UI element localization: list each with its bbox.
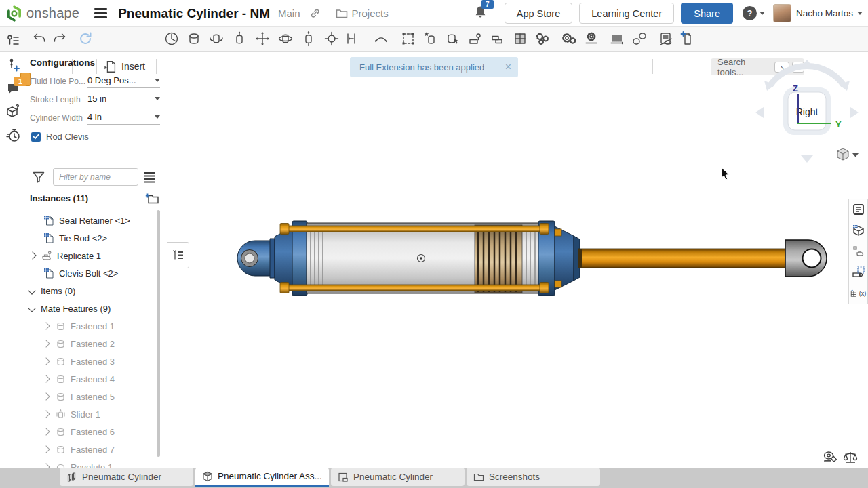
collapse-chevron-icon[interactable] bbox=[28, 304, 35, 312]
appearance-panel-button[interactable] bbox=[848, 220, 868, 241]
tree-section-items[interactable]: Items (0) bbox=[24, 282, 165, 300]
expand-chevron-icon[interactable] bbox=[42, 357, 50, 365]
expand-chevron-icon[interactable] bbox=[42, 410, 50, 418]
measure-tool-button[interactable] bbox=[822, 451, 838, 464]
projects-folder-icon[interactable] bbox=[336, 8, 348, 19]
circular-pattern-button[interactable] bbox=[533, 30, 552, 49]
filter-icon[interactable] bbox=[32, 170, 45, 186]
tree-item-instance[interactable]: Tie Rod <2> bbox=[24, 229, 165, 247]
belt-relation-button[interactable] bbox=[630, 30, 649, 49]
versions-icon[interactable] bbox=[5, 57, 22, 73]
tree-item-mate[interactable]: Fastened 4 bbox=[24, 370, 165, 388]
config-dropdown-stroke-length[interactable]: 15 in bbox=[87, 94, 160, 106]
tab-screenshots[interactable]: Screenshots bbox=[467, 468, 600, 486]
view-cube-face-label[interactable]: Right bbox=[796, 106, 818, 117]
avatar[interactable] bbox=[773, 4, 791, 22]
planar-mate-button[interactable] bbox=[253, 30, 272, 49]
rack-pinion-relation-button[interactable] bbox=[582, 30, 601, 49]
expand-chevron-icon[interactable] bbox=[42, 392, 50, 400]
tree-item-mate[interactable]: Fastened 1 bbox=[24, 317, 165, 335]
filter-input[interactable] bbox=[53, 168, 138, 186]
tree-section-mate-features[interactable]: Mate Features (9) bbox=[24, 300, 165, 317]
app-store-button[interactable]: App Store bbox=[505, 3, 573, 24]
mate-connector-button[interactable] bbox=[162, 30, 181, 49]
comments-panel-button[interactable] bbox=[848, 199, 868, 220]
group-button[interactable] bbox=[399, 30, 418, 49]
expand-chevron-icon[interactable] bbox=[42, 428, 50, 435]
expand-chevron-icon[interactable] bbox=[28, 251, 36, 259]
tree-item-label: Fastened 7 bbox=[71, 445, 115, 455]
user-menu-caret-icon[interactable] bbox=[857, 12, 863, 15]
toast-close-icon[interactable]: × bbox=[505, 62, 511, 73]
collapse-chevron-icon[interactable] bbox=[28, 287, 35, 294]
fastened-mate-button[interactable] bbox=[184, 30, 203, 49]
panel-collapse-handle[interactable] bbox=[167, 242, 189, 268]
learning-center-button[interactable]: Learning Center bbox=[579, 3, 674, 24]
cylindrical-mate-button[interactable] bbox=[299, 30, 318, 49]
main-menu-icon[interactable] bbox=[94, 6, 107, 20]
tree-item-mate[interactable]: Revolute 1 bbox=[24, 458, 165, 468]
replicate-button[interactable] bbox=[488, 30, 507, 49]
pin-slot-mate-button[interactable] bbox=[342, 30, 361, 49]
snap-mode-button[interactable] bbox=[466, 30, 485, 49]
view-cube[interactable]: Right Z Y bbox=[749, 58, 865, 166]
tree-item-label: Tie Rod <2> bbox=[59, 233, 107, 243]
tree-item-mate[interactable]: Fastened 5 bbox=[24, 388, 165, 405]
tree-item-mate-slider[interactable]: Slider 1 bbox=[24, 405, 165, 423]
help-caret-icon[interactable] bbox=[760, 12, 765, 15]
tree-scrollbar[interactable] bbox=[157, 210, 160, 457]
slider-mate-button[interactable] bbox=[230, 30, 249, 49]
expand-chevron-icon[interactable] bbox=[42, 375, 50, 382]
named-views-panel-button[interactable] bbox=[848, 262, 868, 283]
expand-chevron-icon[interactable] bbox=[42, 322, 50, 329]
tab-part-studio[interactable]: Pneumatic Cylinder bbox=[60, 468, 193, 486]
tree-item-mate[interactable]: Fastened 7 bbox=[24, 441, 165, 458]
tree-item-instance[interactable]: Seal Retainer <1> bbox=[24, 211, 165, 229]
transform-button[interactable] bbox=[443, 30, 462, 49]
expand-chevron-icon[interactable] bbox=[42, 340, 50, 347]
help-button[interactable]: ? bbox=[743, 6, 757, 20]
tree-item-mate[interactable]: Fastened 2 bbox=[24, 335, 165, 352]
gear-relation-button[interactable] bbox=[559, 30, 578, 49]
expand-chevron-icon[interactable] bbox=[42, 463, 50, 468]
tree-item-replicate[interactable]: Replicate 1 bbox=[24, 247, 165, 264]
redo-button[interactable] bbox=[50, 30, 69, 49]
config-dropdown-fluid-hole[interactable]: 0 Deg Pos... bbox=[87, 75, 160, 88]
pattern-button[interactable] bbox=[511, 30, 530, 49]
link-icon[interactable] bbox=[309, 7, 321, 19]
undo-button[interactable] bbox=[30, 30, 49, 49]
expand-chevron-icon[interactable] bbox=[42, 445, 50, 453]
onshape-logo[interactable]: onshape bbox=[5, 5, 79, 22]
notifications-button[interactable]: 7 bbox=[474, 5, 487, 22]
screw-relation-button[interactable] bbox=[608, 30, 627, 49]
branch-label[interactable]: Main bbox=[278, 7, 300, 19]
history-icon[interactable] bbox=[5, 127, 22, 144]
rod-clevis-checkbox[interactable] bbox=[31, 132, 41, 142]
mass-properties-button[interactable] bbox=[842, 451, 859, 464]
projects-label[interactable]: Projects bbox=[351, 7, 388, 19]
configuration-panel-button[interactable] bbox=[848, 241, 868, 262]
list-view-icon[interactable] bbox=[143, 171, 157, 186]
config-dropdown-cylinder-width[interactable]: 4 in bbox=[87, 112, 160, 125]
feature-list-icon[interactable] bbox=[5, 33, 22, 49]
tree-item-mate[interactable]: Fastened 6 bbox=[24, 423, 165, 441]
variables-panel-button[interactable]: (x) bbox=[848, 283, 868, 304]
view-options-button[interactable] bbox=[837, 148, 859, 160]
hide-items-button[interactable] bbox=[656, 30, 675, 49]
tree-item-instance[interactable]: Clevis Bolt <2> bbox=[24, 264, 165, 282]
help-cube-icon[interactable] bbox=[5, 103, 22, 119]
tangent-mate-button[interactable] bbox=[372, 30, 391, 49]
ball-mate-button[interactable] bbox=[276, 30, 295, 49]
update-replicate-button[interactable] bbox=[76, 30, 95, 49]
tab-drawing[interactable]: Pneumatic Cylinder bbox=[331, 468, 465, 486]
tree-item-mate[interactable]: Fastened 3 bbox=[24, 352, 165, 370]
parallel-mate-button[interactable] bbox=[322, 30, 341, 49]
bill-of-materials-button[interactable] bbox=[678, 30, 697, 49]
revolute-mate-button[interactable] bbox=[207, 30, 226, 49]
pneumatic-cylinder-model[interactable] bbox=[231, 214, 834, 305]
insert-feature-button[interactable] bbox=[421, 30, 440, 49]
share-button[interactable]: Share bbox=[681, 3, 733, 24]
tab-assembly-active[interactable]: Pneumatic Cylinder Ass... bbox=[195, 468, 329, 487]
user-name[interactable]: Nacho Martos bbox=[796, 8, 853, 18]
add-instance-icon[interactable] bbox=[145, 192, 159, 207]
